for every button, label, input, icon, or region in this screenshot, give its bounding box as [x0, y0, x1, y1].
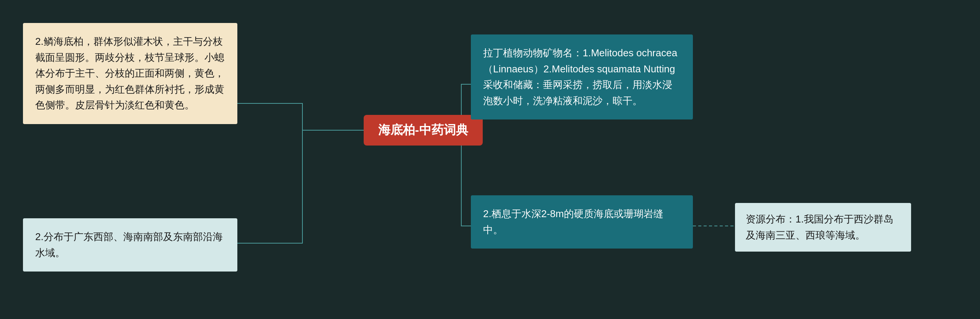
right-bottom-box: 2.栖息于水深2-8m的硬质海底或珊瑚岩缝中。 — [471, 195, 693, 249]
center-node: 海底柏-中药词典 — [364, 115, 483, 146]
left-bottom-box: 2.分布于广东西部、海南南部及东南部沿海水域。 — [23, 218, 237, 272]
mind-map: 海底柏-中药词典 2.鳞海底柏，群体形似灌木状，主干与分枝截面呈圆形。两歧分枝，… — [0, 0, 980, 319]
far-right-box: 资源分布：1.我国分布于西沙群岛及海南三亚、西琅等海域。 — [735, 203, 911, 252]
right-top-box: 拉丁植物动物矿物名：1.Melitodes ochracea（Linnaeus）… — [471, 34, 693, 119]
left-top-box: 2.鳞海底柏，群体形似灌木状，主干与分枝截面呈圆形。两歧分枝，枝节呈球形。小螅体… — [23, 23, 237, 124]
